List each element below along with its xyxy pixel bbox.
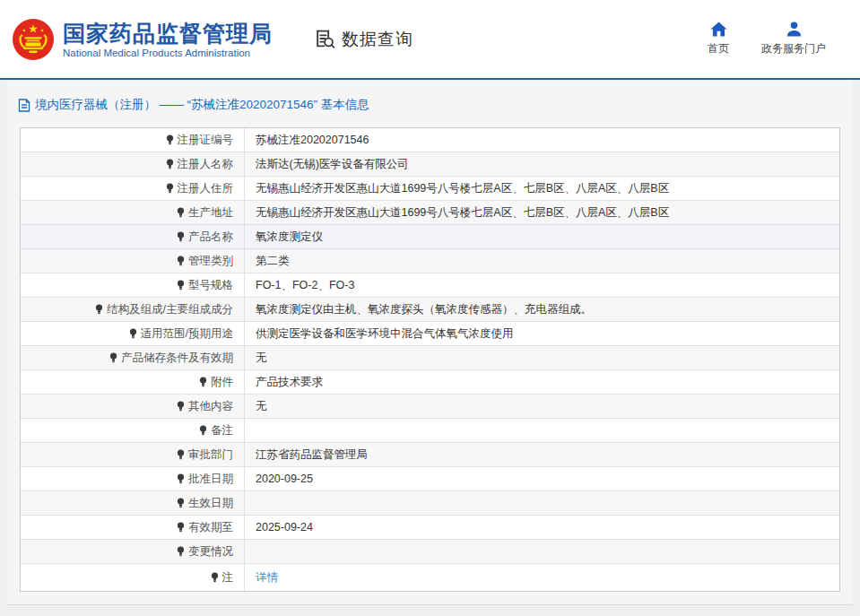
- table-row: 注册人名称 法斯达(无锡)医学设备有限公司: [21, 152, 839, 177]
- field-label: 变更情况: [21, 540, 245, 563]
- field-value: 无锡惠山经济开发区惠山大道1699号八号楼七层A区、七层B区、八层A区、八层B区: [256, 181, 669, 196]
- brand-logo-link[interactable]: 国家药品监督管理局 National Medical Products Admi…: [13, 19, 273, 60]
- bulb-icon: [95, 304, 103, 315]
- bulb-icon: [166, 183, 174, 194]
- bulb-icon: [177, 449, 185, 460]
- field-label-text: 审批部门: [188, 447, 233, 463]
- field-label: 管理类别: [21, 249, 245, 273]
- content-area: 境内医疗器械（注册） —— “苏械注准20202071546” 基本信息 注册证…: [7, 80, 853, 605]
- home-icon: [710, 22, 727, 37]
- field-value-cell: 供测定医学设备和医学环境中混合气体氧气浓度使用: [245, 322, 839, 345]
- nav-home-label: 首页: [708, 41, 729, 56]
- table-row: 注册人住所 无锡惠山经济开发区惠山大道1699号八号楼七层A区、七层B区、八层A…: [21, 177, 839, 201]
- table-row: 管理类别 第二类: [21, 249, 839, 273]
- registration-info-table: 注册证编号 苏械注准20202071546 注册人名称 法斯达(无锡)医学设备有…: [20, 127, 840, 592]
- field-value-cell: 江苏省药品监督管理局: [245, 443, 839, 466]
- field-value-cell: 产品技术要求: [245, 370, 839, 394]
- page-title-text: 境内医疗器械（注册） —— “苏械注准20202071546” 基本信息: [35, 97, 369, 113]
- field-value-cell: 氧浓度测定仪由主机、氧浓度探头（氧浓度传感器）、充电器组成。: [245, 298, 839, 321]
- field-label: 批准日期: [21, 467, 245, 490]
- table-row: 其他内容 无: [21, 395, 839, 419]
- field-value-cell: 法斯达(无锡)医学设备有限公司: [245, 152, 839, 176]
- field-value-cell: 第二类: [245, 249, 839, 273]
- document-search-icon: [314, 28, 336, 50]
- bulb-icon: [166, 134, 174, 145]
- field-value: 2020-09-25: [256, 473, 313, 485]
- nav-home[interactable]: 首页: [708, 22, 729, 56]
- field-label: 适用范围/预期用途: [21, 322, 245, 345]
- field-label: 有效期至: [21, 516, 245, 539]
- bulb-icon: [177, 207, 185, 218]
- bulb-icon: [199, 377, 207, 387]
- field-label: 结构及组成/主要组成成分: [21, 298, 245, 321]
- bulb-icon: [199, 425, 207, 436]
- table-row: 生产地址 无锡惠山经济开发区惠山大道1699号八号楼七层A区、七层B区、八层A区…: [21, 201, 839, 225]
- site-header: 国家药品监督管理局 National Medical Products Admi…: [0, 0, 860, 80]
- field-value-cell: 2025-09-24: [245, 516, 839, 539]
- detail-link[interactable]: 详情: [256, 570, 278, 586]
- brand-text: 国家药品监督管理局 National Medical Products Admi…: [63, 20, 273, 58]
- table-row: 注 详情: [21, 564, 839, 591]
- field-label: 产品名称: [21, 225, 245, 248]
- table-row: 适用范围/预期用途 供测定医学设备和医学环境中混合气体氧气浓度使用: [21, 322, 839, 346]
- field-label-text: 结构及组成/主要组成成分: [107, 302, 233, 317]
- field-label-text: 注册人名称: [178, 157, 234, 172]
- table-row: 型号规格 FO-1、FO-2、FO-3: [21, 273, 839, 298]
- field-label-text: 其他内容: [188, 399, 233, 414]
- bulb-icon: [177, 231, 185, 242]
- field-label: 附件: [21, 370, 245, 394]
- field-label: 注册人名称: [21, 152, 245, 176]
- field-label: 生效日期: [21, 491, 245, 515]
- national-emblem-icon: [13, 19, 54, 60]
- field-value: 产品技术要求: [256, 375, 323, 390]
- field-value: 第二类: [256, 254, 290, 269]
- brand-subtitle: National Medical Products Administration: [63, 48, 273, 58]
- nav-gov-portal[interactable]: 政务服务门户: [761, 22, 826, 56]
- data-query-tab[interactable]: 数据查询: [314, 28, 413, 51]
- brand-title: 国家药品监督管理局: [63, 20, 273, 47]
- document-icon: [18, 99, 30, 112]
- bulb-icon: [109, 352, 117, 363]
- field-label: 备注: [21, 419, 245, 442]
- bulb-icon: [177, 473, 185, 484]
- user-icon: [786, 22, 803, 37]
- table-row: 变更情况: [21, 540, 839, 564]
- field-label: 注册人住所: [21, 177, 245, 200]
- field-value: FO-1、FO-2、FO-3: [256, 278, 354, 293]
- bulb-icon: [177, 522, 185, 533]
- bulb-icon: [177, 498, 185, 508]
- field-label-text: 备注: [211, 423, 233, 438]
- nav-gov-portal-label: 政务服务门户: [761, 41, 826, 56]
- table-row: 产品储存条件及有效期 无: [21, 346, 839, 370]
- table-row: 结构及组成/主要组成成分 氧浓度测定仪由主机、氧浓度探头（氧浓度传感器）、充电器…: [21, 298, 839, 322]
- bulb-icon: [166, 159, 174, 169]
- table-row: 产品名称 氧浓度测定仪: [21, 225, 839, 249]
- table-row: 批准日期 2020-09-25: [21, 467, 839, 491]
- field-label-text: 注册证编号: [178, 133, 234, 148]
- field-label-text: 适用范围/预期用途: [141, 326, 233, 342]
- field-label: 其他内容: [21, 395, 245, 418]
- bulb-icon: [211, 572, 219, 583]
- bulb-icon: [177, 280, 185, 291]
- field-value-cell: 无: [245, 395, 839, 418]
- field-label-text: 变更情况: [188, 544, 233, 560]
- field-value: 氧浓度测定仪: [256, 230, 323, 245]
- bulb-icon: [129, 328, 137, 339]
- table-row: 附件 产品技术要求: [21, 370, 839, 395]
- field-value: 无: [256, 351, 267, 366]
- field-value-cell: 无锡惠山经济开发区惠山大道1699号八号楼七层A区、七层B区、八层A区、八层B区: [245, 201, 839, 224]
- field-label-text: 注: [222, 570, 234, 586]
- field-value: 法斯达(无锡)医学设备有限公司: [256, 157, 409, 172]
- field-value-cell: 2020-09-25: [245, 467, 839, 490]
- table-row: 生效日期: [21, 491, 839, 516]
- field-value-cell: 无: [245, 346, 839, 369]
- header-nav: 首页 政务服务门户: [708, 22, 826, 56]
- field-label-text: 附件: [211, 375, 233, 390]
- field-value-cell: 详情: [245, 564, 839, 591]
- field-value-cell: [245, 491, 839, 515]
- table-row: 备注: [21, 419, 839, 443]
- field-label: 注: [21, 564, 245, 591]
- field-value: 苏械注准20202071546: [256, 133, 369, 148]
- field-value-cell: [245, 419, 839, 442]
- field-label: 产品储存条件及有效期: [21, 346, 245, 369]
